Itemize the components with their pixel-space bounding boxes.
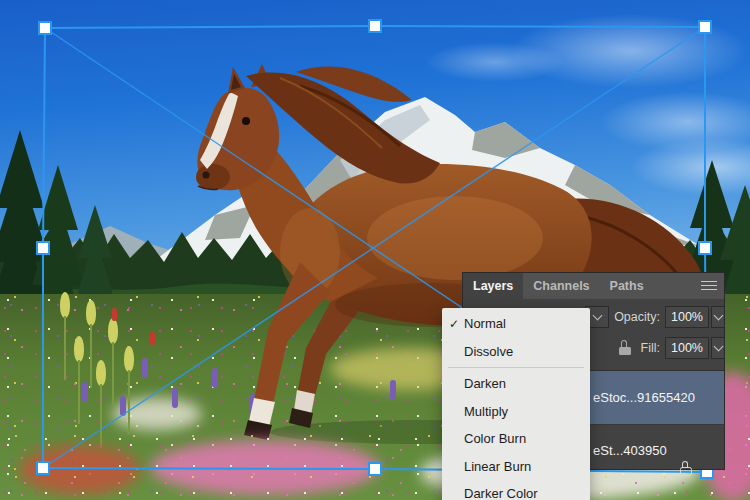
menu-item-label: Color Burn [464, 431, 526, 446]
tab-layers-label: Layers [473, 279, 513, 293]
menu-item-multiply[interactable]: Multiply [442, 398, 590, 426]
menu-item-dissolve[interactable]: Dissolve [442, 338, 590, 366]
layer-lock-icon [680, 461, 692, 476]
fill-label: Fill: [623, 341, 660, 355]
menu-item-normal[interactable]: ✓ Normal [442, 310, 590, 338]
transform-handle-top-center[interactable] [369, 20, 381, 32]
menu-item-label: Linear Burn [464, 459, 531, 474]
layer-name: eSt...403950 [593, 443, 667, 458]
menu-item-label: Dissolve [464, 344, 513, 359]
fill-value-text: 100% [671, 341, 703, 355]
tab-paths[interactable]: Paths [600, 273, 654, 299]
menu-item-color-burn[interactable]: Color Burn [442, 425, 590, 453]
blend-mode-menu: ✓ Normal Dissolve Darken Multiply Color … [442, 308, 590, 500]
opacity-dropdown-button[interactable] [711, 306, 725, 328]
menu-item-label: Darker Color [464, 486, 538, 500]
opacity-label: Opacity: [609, 310, 660, 324]
opacity-value[interactable]: 100% [665, 306, 709, 328]
menu-item-darken[interactable]: Darken [442, 370, 590, 398]
fill-value[interactable]: 100% [665, 337, 709, 359]
transform-handle-bottom-left[interactable] [37, 462, 49, 474]
menu-divider [448, 367, 584, 368]
chevron-down-icon [713, 311, 723, 321]
layer-name: eStoc...91655420 [593, 390, 695, 405]
opacity-value-text: 100% [671, 310, 703, 324]
chevron-down-icon [713, 342, 723, 352]
checkmark-icon: ✓ [449, 317, 464, 331]
menu-item-label: Darken [464, 376, 506, 391]
transform-handle-top-right[interactable] [699, 21, 711, 33]
tab-channels-label: Channels [533, 279, 589, 293]
photoshop-canvas[interactable]: Layers Channels Paths Opacity: 100% Fill… [0, 0, 750, 500]
tab-paths-label: Paths [610, 279, 644, 293]
transform-handle-middle-right[interactable] [699, 242, 711, 254]
menu-item-label: Multiply [464, 404, 508, 419]
transform-handle-middle-left[interactable] [37, 242, 49, 254]
menu-item-linear-burn[interactable]: Linear Burn [442, 453, 590, 481]
chevron-down-icon [592, 311, 602, 321]
panel-tab-bar: Layers Channels Paths [463, 273, 724, 299]
menu-item-label: Normal [464, 316, 506, 331]
tab-layers[interactable]: Layers [463, 273, 523, 299]
transform-handle-top-left[interactable] [39, 22, 51, 34]
transform-handle-bottom-center[interactable] [369, 463, 381, 475]
panel-menu-icon[interactable] [701, 281, 717, 291]
menu-item-darker-color[interactable]: Darker Color [442, 480, 590, 500]
fill-dropdown-button[interactable] [711, 337, 725, 359]
tab-channels[interactable]: Channels [523, 273, 599, 299]
